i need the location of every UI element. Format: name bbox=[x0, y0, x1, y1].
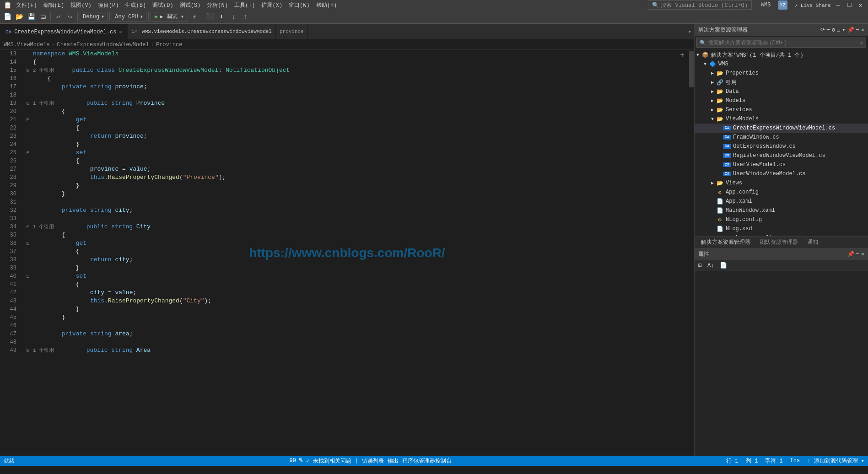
editor-tab-1[interactable]: C# WMS.ViewModels.CreateExpressWindowVie… bbox=[128, 24, 275, 40]
prop-categorize-btn[interactable]: ⊞ bbox=[696, 261, 704, 270]
prop-alphabetical-btn[interactable]: A↓ bbox=[706, 261, 717, 270]
save-all-btn[interactable]: 🗂 bbox=[38, 11, 49, 22]
editor-scrollbar[interactable] bbox=[688, 50, 694, 456]
tab-team-explorer[interactable]: 团队资源管理器 bbox=[755, 237, 803, 248]
fold-icon-21[interactable]: ⊟ bbox=[27, 116, 33, 124]
minimize-btn[interactable]: — bbox=[835, 1, 842, 9]
status-zoom[interactable]: 90 % bbox=[289, 458, 302, 464]
tree-item-mainwindowxaml[interactable]: 📄MainWindow.xaml bbox=[695, 206, 868, 215]
tree-item-getexpresswindow[interactable]: C#GetExpressWindow.cs bbox=[695, 142, 868, 151]
status-ins[interactable]: Ins bbox=[790, 458, 800, 464]
tree-arrow-data[interactable]: ▶ bbox=[709, 89, 716, 94]
tree-item-ref[interactable]: ▶🔗引用 bbox=[695, 78, 868, 87]
status-col[interactable]: 列 1 bbox=[746, 457, 758, 465]
minimize-panel-btn[interactable]: — bbox=[856, 27, 859, 33]
status-char[interactable]: 字符 1 bbox=[765, 457, 782, 465]
tree-item-nlogxsd[interactable]: 📄NLog.xsd bbox=[695, 224, 868, 233]
tree-arrow-models[interactable]: ▶ bbox=[709, 98, 716, 103]
settings-btn[interactable]: ▾ bbox=[842, 27, 845, 33]
status-error-indicator[interactable]: ✓ 未找到相关问题 bbox=[306, 457, 351, 465]
editor-tab-2[interactable]: province bbox=[276, 24, 308, 40]
menu-item-t[interactable]: 工具(T) bbox=[232, 0, 258, 10]
menu-item-s[interactable]: 测试(S) bbox=[177, 0, 204, 10]
redo-btn[interactable]: ↪ bbox=[65, 11, 75, 22]
prop-pages-btn[interactable]: 📄 bbox=[718, 261, 729, 270]
step-in-btn[interactable]: ↓ bbox=[228, 11, 239, 22]
tree-item-properties[interactable]: ▶📂Properties bbox=[695, 69, 868, 78]
tree-arrow-viewmodels[interactable]: ▼ bbox=[709, 117, 716, 122]
tree-item-nlogconfig[interactable]: ⚙NLog.config bbox=[695, 215, 868, 224]
live-share-btn[interactable]: ↗ Live Share bbox=[795, 2, 831, 8]
breadcrumb-ns[interactable]: WMS.ViewModels bbox=[4, 42, 50, 48]
status-package-tab[interactable]: 程序包管理器控制台 bbox=[402, 457, 452, 465]
run-btn[interactable]: ▶ ▶ 调试 ▾ bbox=[151, 12, 188, 22]
tree-item-wms-project[interactable]: ▼🔷WMS bbox=[695, 59, 868, 69]
status-line[interactable]: 行 1 bbox=[726, 457, 738, 465]
solution-search-input[interactable] bbox=[708, 39, 858, 46]
tree-item-appxaml[interactable]: 📄App.xaml bbox=[695, 197, 868, 206]
properties-minimize-btn[interactable]: — bbox=[856, 251, 859, 258]
maximize-btn[interactable]: □ bbox=[846, 1, 853, 9]
platform-dropdown[interactable]: Any CPU ▾ bbox=[112, 12, 146, 22]
tree-arrow-views[interactable]: ▶ bbox=[709, 180, 716, 186]
status-output-tab[interactable]: 输出 bbox=[388, 457, 399, 465]
status-ready[interactable]: 就绪 bbox=[4, 457, 15, 465]
tab-dropdown-btn[interactable]: ▾ bbox=[685, 27, 694, 37]
attach-btn[interactable]: ⚡ bbox=[189, 11, 200, 22]
preview-btn[interactable]: ◻ bbox=[837, 27, 840, 33]
save-btn[interactable]: 💾 bbox=[26, 11, 37, 22]
step-over-btn[interactable]: ⬇ bbox=[216, 11, 227, 22]
menu-item-b[interactable]: 生成(B) bbox=[122, 0, 149, 10]
breadcrumb-class[interactable]: CreateExpressWindowViewModel bbox=[57, 42, 149, 48]
breakpoint-btn[interactable]: ⬛ bbox=[204, 11, 215, 22]
close-btn[interactable]: ✕ bbox=[857, 1, 864, 9]
solution-search[interactable]: 🔍 ✕ bbox=[696, 38, 866, 48]
tree-arrow-solution[interactable]: ▼ bbox=[695, 53, 701, 58]
fold-icon-15[interactable]: ⊟ bbox=[27, 66, 33, 75]
menu-item-d[interactable]: 调试(D) bbox=[150, 0, 176, 10]
debug-mode-dropdown[interactable]: Debug ▾ bbox=[80, 12, 108, 22]
menu-item-e[interactable]: 编辑(E) bbox=[41, 0, 67, 10]
tree-item-services[interactable]: ▶📂Services bbox=[695, 105, 868, 114]
new-file-btn[interactable]: 📄 bbox=[2, 11, 13, 22]
properties-close-btn[interactable]: ✕ bbox=[861, 251, 864, 258]
breadcrumb-member[interactable]: Province bbox=[156, 42, 183, 48]
editor-tab-0[interactable]: C# CreateExpressWindowViewModel.cs ✕ bbox=[0, 24, 128, 40]
fold-icon-40[interactable]: ⊟ bbox=[27, 272, 33, 280]
tree-item-userviewmodel[interactable]: C#UserViewModel.cs bbox=[695, 160, 868, 169]
editor-content[interactable]: 1314151617181920212223242526272829303132… bbox=[0, 50, 694, 456]
tree-arrow-wms-project[interactable]: ▼ bbox=[702, 62, 708, 67]
expand-editor-btn[interactable]: + bbox=[677, 50, 688, 61]
collapse-btn[interactable]: — bbox=[827, 27, 830, 33]
scrollbar-thumb[interactable] bbox=[689, 51, 694, 87]
fold-icon-25[interactable]: ⊟ bbox=[27, 149, 33, 157]
tree-item-models[interactable]: ▶📂Models bbox=[695, 96, 868, 105]
tree-arrow-ref[interactable]: ▶ bbox=[709, 80, 716, 85]
menu-item-n[interactable]: 分析(N) bbox=[204, 0, 231, 10]
code-area[interactable]: namespace WMS.ViewModels {⊟2 个引用 public … bbox=[23, 50, 688, 456]
fold-icon-34[interactable]: ⊟ bbox=[27, 223, 33, 231]
tree-arrow-properties[interactable]: ▶ bbox=[709, 70, 716, 76]
menu-item-f[interactable]: 文件(F) bbox=[13, 0, 40, 10]
tree-item-data[interactable]: ▶📂Data bbox=[695, 87, 868, 96]
fold-icon-36[interactable]: ⊟ bbox=[27, 239, 33, 248]
properties-pin-btn[interactable]: 📌 bbox=[847, 251, 854, 258]
menu-item-p[interactable]: 项目(P) bbox=[95, 0, 122, 10]
tree-item-appconfig[interactable]: ⚙App.config bbox=[695, 188, 868, 197]
menu-item-w[interactable]: 窗口(W) bbox=[286, 0, 313, 10]
search-close-icon[interactable]: ✕ bbox=[860, 40, 863, 46]
open-file-btn[interactable]: 📂 bbox=[14, 11, 25, 22]
fold-icon-19[interactable]: ⊟ bbox=[27, 99, 33, 108]
tree-item-solution[interactable]: ▼📦解决方案'WMS'(1 个项目/共 1 个) bbox=[695, 50, 868, 59]
step-out-btn[interactable]: ↑ bbox=[240, 11, 251, 22]
search-box-title[interactable]: 🔍 搜索 Visual Studio (Ctrl+Q) bbox=[648, 0, 752, 10]
undo-btn[interactable]: ↩ bbox=[53, 11, 64, 22]
filter-btn[interactable]: ⚙ bbox=[832, 27, 835, 33]
solution-tree[interactable]: ▼📦解决方案'WMS'(1 个项目/共 1 个)▼🔷WMS▶📂Propertie… bbox=[695, 49, 868, 236]
status-errors-tab[interactable]: 错误列表 bbox=[362, 457, 384, 465]
close-panel-btn[interactable]: ✕ bbox=[861, 27, 864, 33]
menu-item-h[interactable]: 帮助(H) bbox=[313, 0, 340, 10]
pin-btn[interactable]: 📌 bbox=[847, 27, 854, 33]
sync-btn[interactable]: ⟳ bbox=[820, 27, 825, 33]
tree-item-views[interactable]: ▶📂Views bbox=[695, 178, 868, 188]
